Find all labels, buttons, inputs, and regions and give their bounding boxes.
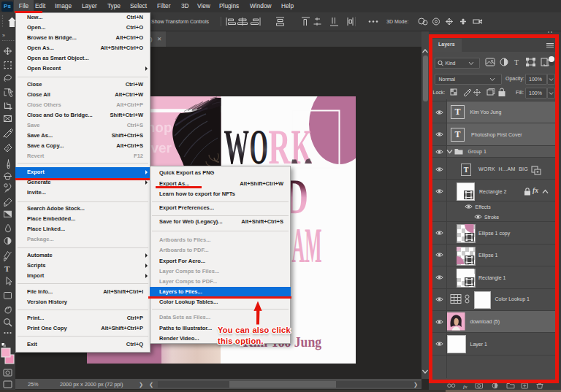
svg-text:3D Mode:: 3D Mode: xyxy=(386,19,408,24)
svg-text:K: K xyxy=(291,119,313,174)
svg-text:T: T xyxy=(4,264,10,273)
svg-text:fx: fx xyxy=(463,384,468,390)
svg-text:AM: AM xyxy=(292,218,322,273)
svg-text:ver: ver xyxy=(150,141,172,156)
svg-text:»: » xyxy=(2,33,5,38)
